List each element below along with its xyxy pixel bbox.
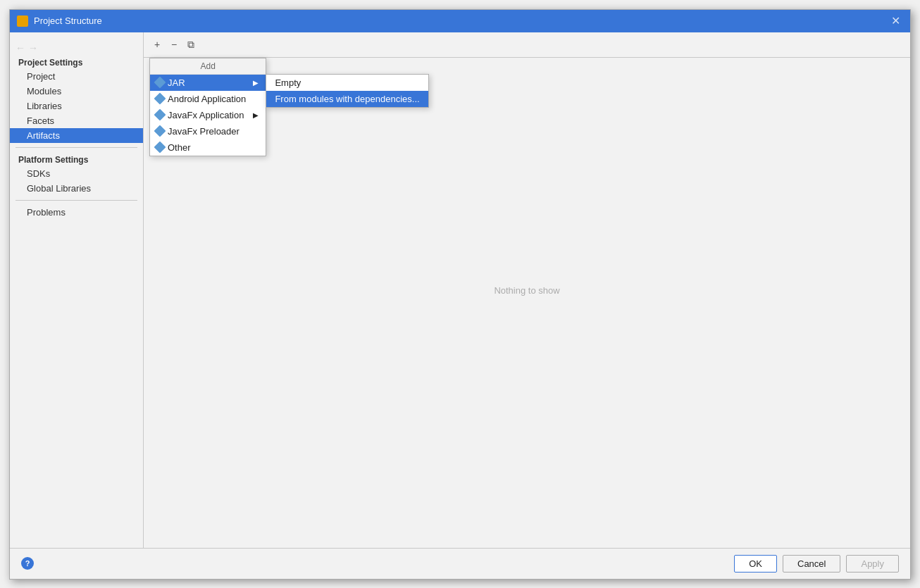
menu-item-other[interactable]: Other [150,139,266,156]
title-bar-left: Project Structure [17,15,102,27]
sidebar-item-global-libraries[interactable]: Global Libraries [10,181,143,196]
back-button[interactable]: ← [15,42,25,54]
jar-submenu-arrow: ▶ [247,79,259,87]
dialog-footer: ? OK Cancel Apply [10,548,910,579]
javafx-icon [154,109,166,121]
remove-button[interactable]: − [166,37,182,52]
add-button[interactable]: + [149,37,165,52]
menu-item-javafx-application[interactable]: JavaFx Application ▶ [150,107,266,123]
svg-rect-0 [18,17,22,20]
dropdown-header: Add [150,58,266,75]
other-icon [154,142,166,154]
forward-button[interactable]: → [28,42,38,54]
sidebar-divider [15,147,137,148]
ok-button[interactable]: OK [734,555,777,573]
add-dropdown-menu: Add JAR ▶ Empty From modules with de [149,58,266,156]
sidebar-divider-2 [15,200,137,201]
dialog-title: Project Structure [34,15,102,26]
toolbar: + − ⧉ Add JAR ▶ Empty [144,32,910,58]
cancel-button[interactable]: Cancel [783,555,840,573]
apply-button[interactable]: Apply [846,555,899,573]
submenu-item-empty[interactable]: Empty [266,75,428,91]
sidebar-item-modules[interactable]: Modules [10,84,143,99]
svg-rect-3 [23,22,27,25]
title-bar: Project Structure ✕ [10,10,910,32]
help-button[interactable]: ? [21,557,34,570]
svg-rect-2 [18,22,22,25]
sidebar: ← → Project Settings Project Modules Lib… [10,32,144,548]
menu-item-jar[interactable]: JAR ▶ Empty From modules with dependenci… [150,75,266,91]
sidebar-item-facets[interactable]: Facets [10,113,143,128]
javafx-preloader-icon [154,125,166,137]
project-structure-dialog: Project Structure ✕ ← → Project Settings… [9,9,911,580]
nothing-to-show-label: Nothing to show [494,284,559,295]
close-button[interactable]: ✕ [888,13,903,29]
android-icon [154,93,166,105]
dialog-body: ← → Project Settings Project Modules Lib… [10,32,910,548]
svg-rect-1 [23,17,27,20]
platform-settings-label: Platform Settings [10,152,143,166]
submenu-item-from-modules[interactable]: From modules with dependencies... [266,91,428,107]
copy-button[interactable]: ⧉ [183,37,199,52]
jar-icon [154,77,166,89]
main-content: + − ⧉ Add JAR ▶ Empty [144,32,910,548]
menu-item-android-application[interactable]: Android Application [150,91,266,107]
sidebar-item-sdks[interactable]: SDKs [10,166,143,181]
footer-buttons: OK Cancel Apply [734,555,899,573]
project-settings-label: Project Settings [10,55,143,69]
app-icon [17,15,28,27]
sidebar-item-problems[interactable]: Problems [10,205,143,220]
sidebar-item-libraries[interactable]: Libraries [10,99,143,113]
sidebar-item-project[interactable]: Project [10,69,143,84]
javafx-submenu-arrow: ▶ [247,111,259,119]
jar-submenu: Empty From modules with dependencies... [266,74,428,108]
sidebar-item-artifacts[interactable]: Artifacts [10,128,143,143]
menu-item-javafx-preloader[interactable]: JavaFx Preloader [150,123,266,139]
nav-arrows: ← → [10,38,143,55]
